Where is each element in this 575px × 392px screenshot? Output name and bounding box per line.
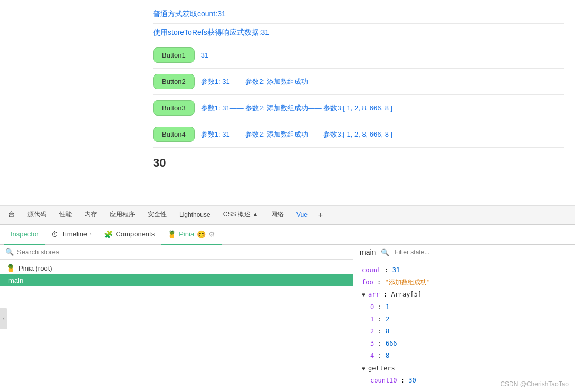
tab-network[interactable]: 网络 [265, 206, 290, 225]
state-arr-1: 1 : 2 [362, 313, 567, 326]
filter-state-input[interactable] [395, 248, 474, 256]
line2: 使用storeToRefs获得响应式数据:31 [153, 24, 564, 42]
tab-vue[interactable]: Vue [290, 206, 314, 225]
store-tree: 🍍 Pinia (root) main [0, 260, 353, 392]
state-arr-3: 3 : 666 [362, 338, 567, 350]
state-arr-line: ▼ arr : Array[5] [362, 289, 567, 301]
store-main-item[interactable]: main [0, 274, 353, 286]
collapse-panel-arrow[interactable]: ‹ [0, 308, 7, 329]
state-arr-0: 0 : 1 [362, 301, 567, 313]
pinia-smile-icon: 😊 [197, 230, 206, 238]
button1-output: 31 [201, 51, 208, 59]
line1-text: 普通方式获取count:31 [153, 9, 226, 18]
arr-val-2: 8 [386, 328, 389, 335]
count-display: 30 [153, 148, 564, 174]
button-row-4: Button4 参数1: 31—— 参数2: 添加数组成功—— 参数3:[ 1,… [153, 121, 564, 148]
store-root-item: 🍍 Pinia (root) [0, 262, 353, 274]
button-row-1: Button1 31 [153, 42, 564, 69]
state-arr-label: Array[5] [391, 291, 421, 298]
button3-output: 参数1: 31—— 参数2: 添加数组成功—— 参数3:[ 1, 2, 8, 6… [201, 103, 392, 113]
state-getters-label: getters [368, 365, 395, 372]
subtab-components-label: Components [116, 230, 155, 238]
state-arr-2: 2 : 8 [362, 326, 567, 338]
watermark: CSDN @CherishTaoTao [500, 380, 569, 388]
button2-output: 参数1: 31—— 参数2: 添加数组成功 [201, 77, 308, 87]
left-panel: 🔍 🍍 Pinia (root) main ‹ [0, 245, 353, 392]
arr-val-3: 666 [386, 340, 397, 347]
state-getters-line: ▼ getters [362, 362, 567, 375]
right-panel-header: main 🔍 [353, 245, 575, 260]
subtab-pinia[interactable]: 🍍 Pinia 😊 ⚙ [161, 225, 222, 245]
tab-sources[interactable]: 源代码 [21, 206, 53, 225]
store-root-label: Pinia (root) [18, 264, 52, 272]
store-main-label: main [8, 276, 23, 284]
tab-application[interactable]: 应用程序 [103, 206, 141, 225]
search-bar: 🔍 [0, 245, 353, 260]
button2[interactable]: Button2 [153, 74, 195, 89]
pinia-root-icon: 🍍 [6, 264, 15, 272]
state-foo-value: "添加数组成功" [385, 279, 430, 286]
pinia-settings-icon: ⚙ [208, 230, 215, 238]
filter-icon: 🔍 [381, 248, 389, 256]
right-panel: main 🔍 count : 31 foo : "添加数组成功" ▼ arr :… [353, 245, 575, 392]
arr-val-4: 8 [386, 352, 389, 359]
components-icon: 🧩 [104, 230, 113, 238]
tab-memory[interactable]: 内存 [78, 206, 103, 225]
button1[interactable]: Button1 [153, 47, 195, 63]
tab-lighthouse[interactable]: Lighthouse [173, 206, 217, 225]
right-store-name: main [360, 248, 376, 256]
subtabs-bar: Inspector ⏱ Timeline › 🧩 Components 🍍 Pi… [0, 225, 575, 245]
tab-css-overview[interactable]: CSS 概述 ▲ [217, 206, 265, 225]
state-foo-line: foo : "添加数组成功" [362, 276, 567, 289]
search-icon: 🔍 [5, 248, 14, 256]
state-content: count : 31 foo : "添加数组成功" ▼ arr : Array[… [353, 260, 575, 392]
state-count-line: count : 31 [362, 264, 567, 276]
state-count10-value: 30 [408, 377, 416, 384]
main-content: 普通方式获取count:31 使用storeToRefs获得响应式数据:31 B… [0, 0, 575, 206]
subtab-timeline-label: Timeline [61, 230, 87, 238]
tab-performance[interactable]: 性能 [53, 206, 78, 225]
devtools-tabs-bar: 台 源代码 性能 内存 应用程序 安全性 Lighthouse CSS 概述 ▲… [0, 206, 575, 225]
arr-val-0: 1 [386, 303, 389, 311]
timeline-icon: ⏱ [51, 230, 59, 238]
state-arr-4: 4 : 8 [362, 350, 567, 362]
line2-text: 使用storeToRefs获得响应式数据:31 [153, 28, 269, 36]
line1: 普通方式获取count:31 [153, 5, 564, 24]
search-stores-input[interactable] [17, 248, 348, 256]
tab-add[interactable]: + [314, 211, 327, 220]
subtab-pinia-label: Pinia [179, 230, 194, 238]
subtab-components[interactable]: 🧩 Components [98, 225, 161, 245]
timeline-chevron: › [90, 231, 91, 237]
button-row-3: Button3 参数1: 31—— 参数2: 添加数组成功—— 参数3:[ 1,… [153, 95, 564, 121]
subtab-timeline[interactable]: ⏱ Timeline › [45, 225, 98, 245]
subtab-inspector-label: Inspector [11, 230, 39, 238]
button4-output: 参数1: 31—— 参数2: 添加数组成功—— 参数3:[ 1, 2, 8, 6… [201, 130, 392, 139]
subtab-inspector[interactable]: Inspector [4, 225, 45, 245]
state-count-value: 31 [392, 266, 400, 274]
button3[interactable]: Button3 [153, 100, 195, 116]
button4[interactable]: Button4 [153, 127, 195, 142]
tab-console[interactable]: 台 [2, 206, 21, 225]
tab-security[interactable]: 安全性 [141, 206, 173, 225]
pinia-icon: 🍍 [167, 230, 176, 238]
arr-val-1: 2 [386, 315, 389, 323]
bottom-panel: 🔍 🍍 Pinia (root) main ‹ main 🔍 count : 3… [0, 245, 575, 392]
button-row-2: Button2 参数1: 31—— 参数2: 添加数组成功 [153, 69, 564, 95]
